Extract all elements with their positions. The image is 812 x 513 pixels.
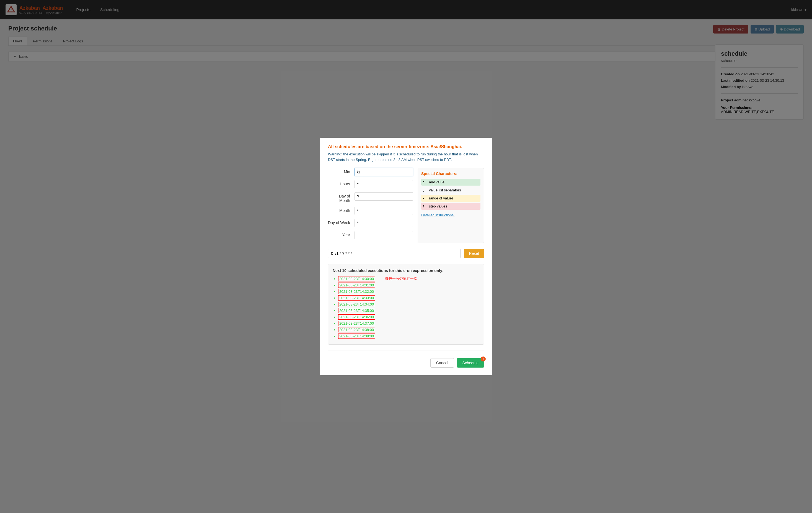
special-item-slash: / step values xyxy=(421,203,481,210)
year-label: Year xyxy=(328,231,350,237)
list-item: 2021-03-23T14:36:00 xyxy=(338,315,375,320)
special-desc-asterisk: any value xyxy=(429,180,444,184)
special-chars-title: Special Characters: xyxy=(421,171,481,176)
next-executions-title: Next 10 scheduled executions for this cr… xyxy=(333,268,479,273)
list-item: 2021-03-23T14:34:00 xyxy=(338,302,375,307)
cron-expression-input[interactable] xyxy=(328,249,461,258)
list-item: 2021-03-23T14:38:00 xyxy=(338,327,375,332)
detailed-instructions-link[interactable]: Detailed instructions. xyxy=(421,213,455,217)
month-input[interactable] xyxy=(354,207,413,215)
special-desc-slash: step values xyxy=(429,204,447,208)
modal-warning-text: Warning: the execution will be skipped i… xyxy=(328,152,484,162)
executions-content: 2021-03-23T14:30:002021-03-23T14:31:0020… xyxy=(333,276,479,340)
exec-note: 每隔一分钟执行一次 xyxy=(385,276,417,281)
modal-overlay: All schedules are based on the server ti… xyxy=(0,0,812,513)
special-item-asterisk: * any value xyxy=(421,179,481,186)
modal-warning-title: All schedules are based on the server ti… xyxy=(328,144,484,149)
list-item: 2021-03-23T14:32:00 xyxy=(338,289,375,294)
schedule-badge: 1 xyxy=(481,356,486,361)
next-executions-panel: Next 10 scheduled executions for this cr… xyxy=(328,264,484,345)
schedule-modal: All schedules are based on the server ti… xyxy=(320,138,492,375)
special-char-slash: / xyxy=(423,204,427,208)
hours-input[interactable] xyxy=(354,180,413,188)
day-of-week-row: Day of Week xyxy=(328,219,413,227)
cron-expression-row: Reset xyxy=(328,249,484,258)
hours-label: Hours xyxy=(328,180,350,186)
special-item-dash: - range of values xyxy=(421,195,481,201)
day-of-month-row: Day of Month xyxy=(328,192,413,203)
min-label: Min xyxy=(328,168,350,174)
min-row: Min xyxy=(328,168,413,176)
list-item: 2021-03-23T14:39:00 xyxy=(338,333,375,339)
month-row: Month xyxy=(328,207,413,215)
day-of-month-input[interactable] xyxy=(354,192,413,200)
special-desc-comma: value list separators xyxy=(429,188,461,192)
list-item: 2021-03-23T14:37:00 xyxy=(338,321,375,326)
year-row: Year xyxy=(328,231,413,239)
cancel-button[interactable]: Cancel xyxy=(430,358,454,368)
hours-row: Hours xyxy=(328,180,413,188)
list-item: 2021-03-23T14:30:00 xyxy=(338,276,375,281)
month-label: Month xyxy=(328,207,350,213)
special-desc-dash: range of values xyxy=(429,196,454,200)
schedule-button[interactable]: Schedule 1 xyxy=(457,358,484,368)
day-of-week-label: Day of Week xyxy=(328,219,350,225)
special-char-dash: - xyxy=(423,196,427,200)
list-item: 2021-03-23T14:31:00 xyxy=(338,282,375,288)
min-input[interactable] xyxy=(354,168,413,176)
modal-footer: Cancel Schedule 1 xyxy=(328,355,484,368)
form-special-section: Min Hours Day of Month Month Day of Week xyxy=(328,168,484,243)
special-char-comma: , xyxy=(423,188,427,192)
form-fields: Min Hours Day of Month Month Day of Week xyxy=(328,168,413,243)
list-item: 2021-03-23T14:35:00 xyxy=(338,308,375,313)
special-char-asterisk: * xyxy=(423,180,427,184)
day-of-month-label: Day of Month xyxy=(328,192,350,203)
year-input[interactable] xyxy=(354,231,413,239)
day-of-week-input[interactable] xyxy=(354,219,413,227)
list-item: 2021-03-23T14:33:00 xyxy=(338,295,375,300)
execution-list: 2021-03-23T14:30:002021-03-23T14:31:0020… xyxy=(333,276,375,340)
reset-button[interactable]: Reset xyxy=(464,249,484,258)
special-item-comma: , value list separators xyxy=(421,187,481,194)
special-chars-panel: Special Characters: * any value , value … xyxy=(417,168,484,243)
